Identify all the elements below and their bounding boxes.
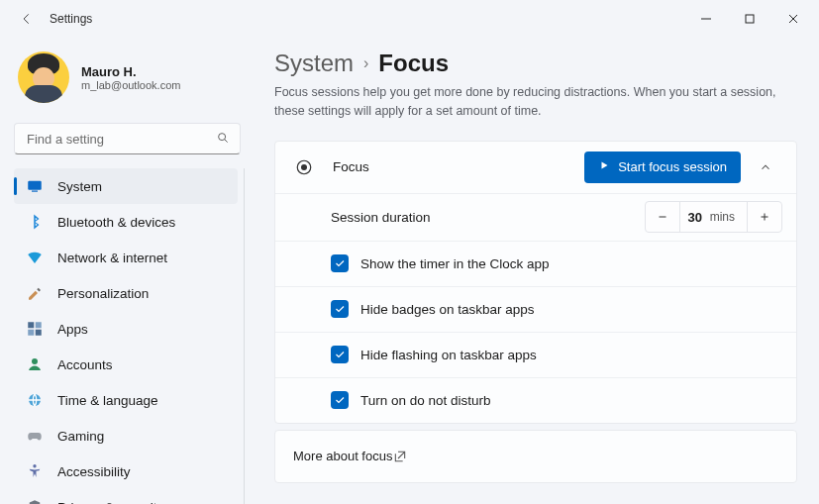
brush-icon — [26, 284, 44, 302]
checkbox-checked[interactable] — [331, 300, 349, 318]
more-about-focus-card[interactable]: More about focus — [274, 430, 797, 483]
svg-rect-3 — [32, 191, 38, 192]
svg-point-8 — [32, 358, 38, 364]
page-description: Focus sessions help you get more done by… — [274, 83, 779, 121]
option-row[interactable]: Show the timer in the Clock app — [275, 241, 796, 286]
sidebar-item-time-language[interactable]: Time & language — [14, 382, 238, 418]
sidebar-item-accessibility[interactable]: Accessibility — [14, 454, 238, 489]
minimize-button[interactable] — [684, 4, 728, 34]
svg-rect-4 — [28, 322, 34, 328]
user-name: Mauro H. — [81, 64, 180, 79]
sidebar-item-personalization[interactable]: Personalization — [14, 275, 238, 311]
option-label: Turn on do not disturb — [360, 393, 491, 408]
search-icon — [216, 131, 230, 148]
option-row[interactable]: Hide flashing on taskbar apps — [275, 332, 796, 377]
option-label: Show the timer in the Clock app — [360, 256, 550, 271]
sidebar-item-label: Gaming — [57, 429, 104, 444]
sidebar-item-apps[interactable]: Apps — [14, 311, 238, 347]
option-label: Hide badges on taskbar apps — [360, 302, 535, 317]
sidebar-item-label: Apps — [57, 322, 88, 337]
sidebar-item-network[interactable]: Network & internet — [14, 240, 238, 275]
nav-list: System Bluetooth & devices Network & int… — [14, 168, 238, 504]
search-input[interactable] — [25, 131, 216, 148]
checkbox-checked[interactable] — [331, 391, 349, 409]
more-about-focus-label: More about focus — [293, 449, 392, 463]
svg-rect-0 — [746, 15, 754, 23]
sidebar: Mauro H. m_lab@outlook.com System — [0, 38, 253, 504]
search-box[interactable] — [14, 123, 241, 154]
option-label: Hide flashing on taskbar apps — [360, 348, 537, 362]
sidebar-item-label: Time & language — [57, 393, 158, 408]
session-duration-label: Session duration — [331, 210, 431, 225]
checkbox-checked[interactable] — [331, 254, 349, 272]
start-focus-label: Start focus session — [618, 159, 727, 174]
sidebar-item-label: Accessibility — [57, 464, 131, 479]
avatar — [18, 51, 69, 103]
apps-icon — [26, 320, 44, 338]
option-row[interactable]: Turn on do not disturb — [275, 377, 796, 423]
play-icon — [598, 159, 610, 174]
svg-rect-7 — [36, 330, 42, 336]
chevron-right-icon: › — [363, 54, 368, 72]
maximize-button[interactable] — [728, 4, 771, 34]
sidebar-item-label: Bluetooth & devices — [57, 215, 175, 230]
checkbox-checked[interactable] — [331, 346, 349, 363]
duration-stepper: 30 mins — [645, 201, 782, 233]
page-title: Focus — [378, 50, 449, 77]
start-focus-button[interactable]: Start focus session — [584, 151, 741, 183]
duration-decrease-button[interactable] — [646, 202, 679, 232]
svg-point-10 — [33, 464, 36, 467]
duration-increase-button[interactable] — [748, 202, 781, 232]
focus-icon — [293, 158, 315, 176]
user-profile[interactable]: Mauro H. m_lab@outlook.com — [14, 46, 245, 123]
breadcrumb-parent[interactable]: System — [274, 50, 354, 77]
svg-point-12 — [301, 164, 307, 170]
sidebar-item-label: Network & internet — [57, 251, 167, 265]
bluetooth-icon — [26, 213, 44, 231]
sidebar-item-label: Personalization — [57, 286, 149, 301]
sidebar-item-privacy[interactable]: Privacy & security — [14, 489, 238, 504]
sidebar-item-label: Privacy & security — [57, 500, 163, 505]
sidebar-item-bluetooth[interactable]: Bluetooth & devices — [14, 204, 238, 240]
sidebar-item-gaming[interactable]: Gaming — [14, 418, 238, 454]
back-button[interactable] — [12, 4, 42, 34]
main-content: System › Focus Focus sessions help you g… — [253, 38, 819, 504]
focus-header-label: Focus — [333, 159, 369, 174]
window-title: Settings — [50, 12, 92, 26]
collapse-button[interactable] — [749, 151, 782, 184]
person-icon — [26, 355, 44, 373]
breadcrumb: System › Focus — [274, 50, 797, 77]
accessibility-icon — [26, 462, 44, 480]
sidebar-item-accounts[interactable]: Accounts — [14, 347, 238, 382]
duration-value: 30 — [680, 210, 710, 225]
wifi-icon — [26, 249, 44, 266]
focus-card: Focus Start focus session Session durati… — [274, 141, 797, 424]
close-button[interactable] — [771, 4, 815, 34]
window-controls — [684, 4, 815, 34]
open-external-icon — [392, 449, 408, 464]
globe-icon — [26, 391, 44, 409]
sidebar-item-label: Accounts — [57, 357, 113, 372]
svg-rect-6 — [28, 330, 34, 336]
focus-header-row[interactable]: Focus Start focus session — [275, 142, 796, 193]
svg-rect-2 — [28, 181, 42, 190]
session-duration-row: Session duration 30 mins — [275, 193, 796, 241]
user-email: m_lab@outlook.com — [81, 79, 180, 91]
duration-unit: mins — [710, 210, 747, 224]
svg-point-1 — [219, 133, 226, 140]
titlebar: Settings — [0, 0, 819, 38]
sidebar-item-label: System — [57, 179, 102, 194]
display-icon — [26, 177, 44, 195]
svg-rect-5 — [36, 322, 42, 328]
option-row[interactable]: Hide badges on taskbar apps — [275, 286, 796, 332]
shield-icon — [26, 498, 44, 504]
sidebar-item-system[interactable]: System — [14, 168, 238, 204]
gamepad-icon — [26, 427, 44, 445]
